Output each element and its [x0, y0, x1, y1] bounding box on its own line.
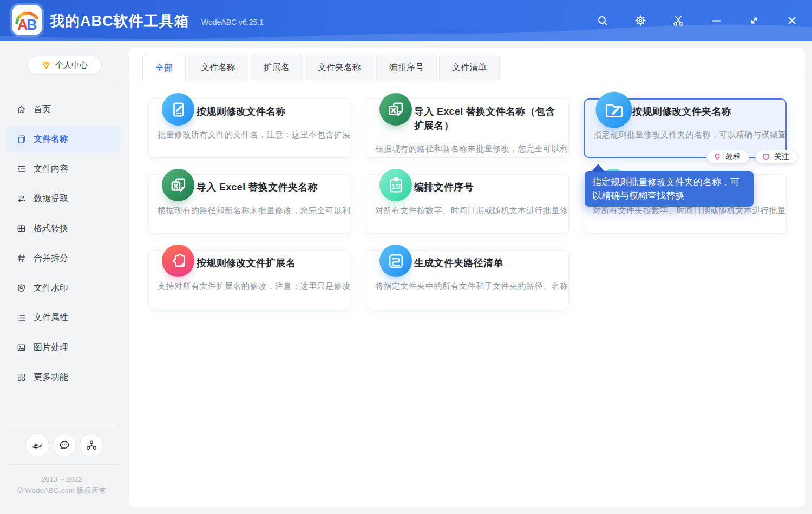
card-title: 按规则修改文件扩展名 — [197, 256, 342, 270]
card-description: 根据现有的路径和新名称来批量修改，您完全可以利用表格 — [375, 144, 568, 154]
sidebar-nav: 首页文件名称文件内容数据提取格式转换合并拆分文件水印文件属性图片处理更多功能 — [6, 96, 120, 394]
tab-label: 文件夹名称 — [318, 62, 361, 74]
card-title: 按规则修改文件名称 — [197, 104, 342, 118]
feature-card-5[interactable]: 1/2编排文件序号对所有文件按数字、时间日期或随机文本进行批量修改 — [366, 174, 569, 234]
sidebar-item-label: 首页 — [34, 104, 51, 115]
app-title: 我的ABC软件工具箱 — [50, 11, 189, 31]
card-title: 按规则修改文件夹名称 — [632, 104, 777, 118]
card-description: 对所有文件按数字、时间日期或随机文本进行批量修改 — [375, 206, 568, 216]
lightbulb-icon — [713, 153, 722, 161]
app-logo: A B — [12, 5, 42, 35]
folder-pencil-icon — [595, 91, 632, 128]
svg-text:e: e — [34, 440, 38, 450]
divider — [8, 464, 120, 465]
tab-label: 文件名称 — [201, 62, 235, 74]
feature-card-2[interactable]: 导入 Excel 替换文件名称（包含扩展名）根据现有的路径和新名称来批量修改，您… — [366, 98, 569, 158]
sidebar-footer: 2013 ~ 2022 © WodeABC.com 版权所有 — [0, 473, 123, 496]
sidebar-item-label: 格式转换 — [34, 223, 68, 234]
puzzle-pencil-icon — [162, 245, 194, 277]
vip-badge-icon — [41, 60, 51, 70]
clipboard-12-icon: 1/2 — [379, 169, 412, 201]
sidebar-item-5[interactable]: 格式转换 — [6, 215, 120, 241]
tab-1[interactable]: 全部 — [142, 55, 186, 81]
sidebar-item-label: 更多功能 — [34, 372, 68, 383]
card-title: 生成文件夹路径清单 — [414, 256, 560, 270]
content-panel: 全部文件名称扩展名文件夹名称编排序号文件清单 按规则修改文件名称批量修改所有文件… — [129, 48, 805, 507]
sidebar-item-label: 文件属性 — [34, 312, 68, 324]
card-title: 编排文件序号 — [414, 180, 560, 194]
sidebar-item-label: 文件内容 — [34, 163, 68, 175]
card-description: 将指定文件夹中的所有文件和子文件夹的路径、名称等信息 — [375, 281, 568, 292]
tab-bar: 全部文件名称扩展名文件夹名称编排序号文件清单 — [142, 55, 500, 81]
sidebar-item-4[interactable]: 数据提取 — [6, 186, 120, 212]
sidebar-item-2[interactable]: 文件名称 — [6, 126, 120, 152]
feature-card-1[interactable]: 按规则修改文件名称批量修改所有文件的文件名，注意：这里不包含扩展名的修改 — [148, 98, 351, 158]
sidebar-item-label: 图片处理 — [34, 342, 68, 353]
action-label: 关注 — [774, 152, 789, 162]
tutorial-button[interactable]: 教程 — [706, 150, 749, 164]
profile-button-label: 个人中心 — [55, 60, 88, 70]
tab-label: 扩展名 — [264, 62, 290, 74]
settings-icon[interactable] — [621, 0, 659, 41]
sidebar-item-label: 文件水印 — [34, 282, 68, 294]
tab-2[interactable]: 文件名称 — [188, 55, 248, 81]
card-title: 导入 Excel 替换文件夹名称 — [197, 180, 342, 194]
tab-3[interactable]: 扩展名 — [251, 55, 303, 81]
share-icon[interactable] — [80, 433, 103, 457]
tooltip: 指定规则批量修改文件夹的名称，可以精确与模糊查找替换 — [585, 171, 754, 207]
excel-pencil-icon — [379, 93, 412, 126]
window-controls — [584, 0, 811, 41]
excel-pencil-icon — [162, 169, 194, 201]
copyright-years: 2013 ~ 2022 — [0, 473, 123, 485]
divider — [8, 426, 120, 426]
feature-card-8[interactable]: 生成文件夹路径清单将指定文件夹中的所有文件和子文件夹的路径、名称等信息 — [366, 250, 569, 309]
sidebar-item-10[interactable]: 更多功能 — [6, 364, 120, 390]
sidebar-item-3[interactable]: 文件内容 — [6, 156, 120, 182]
svg-text:1/2: 1/2 — [391, 182, 401, 190]
sidebar-item-label: 数据提取 — [34, 193, 68, 205]
tooltip-arrow — [592, 164, 605, 172]
feature-card-7[interactable]: 按规则修改文件扩展名支持对所有文件扩展名的修改，注意：这里只是修改扩展名 — [148, 250, 351, 309]
search-icon[interactable] — [584, 0, 621, 41]
tab-6[interactable]: 文件清单 — [439, 55, 500, 81]
ie-icon[interactable]: e — [25, 433, 49, 457]
route-icon — [379, 245, 412, 277]
heart-icon — [762, 153, 770, 161]
card-description: 支持对所有文件扩展名的修改，注意：这里只是修改扩展名 — [158, 281, 351, 292]
feature-card-4[interactable]: 导入 Excel 替换文件夹名称根据现有的路径和新名称来批量修改，您完全可以利用… — [148, 174, 351, 234]
sidebar-item-1[interactable]: 首页 — [6, 96, 120, 122]
sidebar-item-6[interactable]: 合并拆分 — [6, 245, 120, 271]
sidebar-item-label: 合并拆分 — [34, 253, 68, 264]
tab-label: 文件清单 — [452, 62, 487, 74]
card-description: 指定规则批量修改文件夹的名称，可以精确与模糊查找替换 — [593, 130, 785, 140]
minimize-icon[interactable] — [697, 0, 735, 41]
sidebar: 个人中心 首页文件名称文件内容数据提取格式转换合并拆分文件水印文件属性图片处理更… — [0, 41, 123, 514]
sidebar-item-9[interactable]: 图片处理 — [6, 334, 120, 360]
sidebar-item-8[interactable]: 文件属性 — [6, 305, 120, 331]
card-description: 对所有文件夹按数字、时间日期或随机文本进行批量修改 — [593, 206, 786, 216]
tooltip-text: 指定规则批量修改文件夹的名称，可以精确与模糊查找替换 — [592, 177, 739, 201]
action-label: 教程 — [725, 152, 741, 162]
tab-label: 编排序号 — [389, 62, 424, 74]
tab-5[interactable]: 编排序号 — [376, 55, 437, 81]
maximize-icon[interactable] — [735, 0, 773, 41]
feature-card-3[interactable]: 按规则修改文件夹名称指定规则批量修改文件夹的名称，可以精确与模糊查找替换教程关注 — [584, 98, 787, 158]
divider — [8, 83, 120, 83]
copyright-text: © WodeABC.com 版权所有 — [0, 485, 123, 496]
card-description: 根据现有的路径和新名称来批量修改，您完全可以利用表格 — [158, 206, 351, 216]
card-actions: 教程关注 — [706, 150, 798, 164]
title-bar: A B 我的ABC软件工具箱 WodeABC v6.25.1 — [0, 0, 812, 41]
tab-4[interactable]: 文件夹名称 — [305, 55, 374, 81]
svg-text:B: B — [27, 17, 37, 33]
chat-icon[interactable] — [53, 433, 76, 457]
tab-label: 全部 — [155, 63, 173, 74]
note-pencil-icon — [162, 93, 194, 126]
close-icon[interactable] — [773, 0, 811, 41]
card-description: 批量修改所有文件的文件名，注意：这里不包含扩展名的修改 — [158, 130, 351, 140]
card-title: 导入 Excel 替换文件名称（包含扩展名） — [414, 104, 560, 133]
sidebar-social: e — [25, 433, 103, 457]
scissors-icon[interactable] — [659, 0, 697, 41]
follow-button[interactable]: 关注 — [755, 150, 798, 164]
profile-button[interactable]: 个人中心 — [27, 56, 102, 75]
sidebar-item-7[interactable]: 文件水印 — [6, 275, 120, 301]
